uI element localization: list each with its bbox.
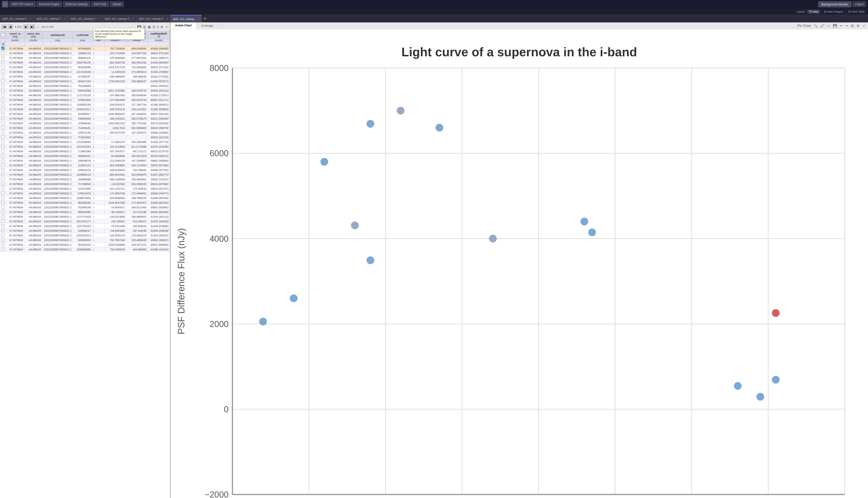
chart-settings-button[interactable]: ⚙ [856, 23, 860, 28]
tab-5[interactable]: dp02_dc2_catalog... ✕ [171, 15, 201, 22]
tab-4-close[interactable]: ✕ [166, 17, 168, 20]
table-row[interactable]: 67.4579634-44.080243125222059873455621 2… [0, 116, 170, 121]
table-row[interactable]: 67.4579634-44.080243125222059873455621 2… [0, 214, 170, 219]
table-row[interactable]: 67.4579634-44.080243125222059873455621 2… [0, 65, 170, 70]
table-row[interactable]: 67.4579634-44.080243125222059873455621 2… [0, 140, 170, 144]
row-checkbox-23[interactable] [1, 154, 4, 157]
table-row[interactable]: 67.4579634-44.080243125222059873455621 2… [0, 210, 170, 214]
prev-page-button[interactable]: ◀ [8, 25, 13, 29]
table-row[interactable]: 67.4579634-44.080243125222059873455621 2… [0, 51, 170, 56]
row-checkbox-8[interactable] [1, 84, 4, 87]
table-row[interactable]: 67.4579634-44.080243125222059873455621 2… [0, 182, 170, 186]
row-checkbox-10[interactable] [1, 93, 4, 96]
tab-1[interactable]: dp02_dc2_catalogs.F... ✕ [34, 15, 68, 22]
select-all-checkbox[interactable] [1, 34, 4, 37]
row-checkbox-29[interactable] [1, 182, 4, 185]
table-row[interactable]: 67.4579634-44.080243125222059873455621 2… [0, 97, 170, 102]
logout-button[interactable]: Logout [852, 1, 866, 7]
table-row[interactable]: 67.4579634-44.080243125222059873455621 2… [0, 60, 170, 65]
filter-visitid-input[interactable] [73, 43, 92, 45]
first-page-button[interactable]: |◀ [1, 25, 7, 29]
row-checkbox-27[interactable] [1, 173, 4, 176]
table-row[interactable]: 67.4579634-44.080243125222059873455621 2… [0, 70, 170, 74]
table-row[interactable]: 67.4579634-44.080243125222059873455621 2… [0, 74, 170, 79]
row-checkbox-35[interactable] [1, 210, 4, 213]
table-row[interactable]: 67.4579634-44.080243125222059873455621 2… [0, 102, 170, 107]
row-checkbox-26[interactable] [1, 168, 4, 171]
row-checkbox-17[interactable] [1, 126, 4, 129]
tab-4[interactable]: dp02_dc2_catalogs.F... ✕ [136, 15, 171, 22]
row-checkbox-31[interactable] [1, 192, 4, 195]
table-row[interactable]: 67.4579634-44.080243125222059873455621 2… [0, 130, 170, 135]
table-row[interactable]: 67.4579634-44.080243125222059873455621 2… [0, 93, 170, 97]
filter-band[interactable] [92, 42, 104, 46]
filter-mjd[interactable] [148, 42, 170, 46]
filter-flux-input[interactable] [105, 43, 126, 45]
row-checkbox-4[interactable] [1, 65, 4, 68]
layout-biview-table[interactable]: Bi-view Table [847, 10, 866, 14]
filter-dec-input[interactable] [25, 43, 42, 45]
chart-expand-button[interactable]: ⤢ [862, 23, 866, 28]
chart-zoom-in-button[interactable]: 🔍 [813, 23, 818, 28]
tab-3-close[interactable]: ✕ [132, 17, 134, 20]
chart-filter-button[interactable]: ⊞ [850, 23, 855, 28]
filter-ra-input[interactable] [6, 43, 24, 45]
table-row[interactable]: 67.4579634-44.080243125222059873455621 2… [0, 79, 170, 83]
add-chart-button[interactable]: Add Chart [91, 1, 109, 7]
table-row[interactable]: 67.4579634-44.080243125222059873455621 2… [0, 112, 170, 116]
row-checkbox-13[interactable] [1, 107, 4, 110]
table-row[interactable]: 67.4579634-44.080243125222059873455621 2… [0, 149, 170, 154]
table-row[interactable]: 67.4579634-44.080243125222059873455621 2… [0, 177, 170, 182]
tab-5-close[interactable]: ✕ [197, 17, 199, 20]
external-catalogs-button[interactable]: External Catalogs [63, 1, 90, 7]
row-checkbox-5[interactable] [1, 70, 4, 73]
next-page-button[interactable]: ▶ [24, 25, 28, 29]
tab-2[interactable]: dp02_dc2_catalogs.F... ✕ [68, 15, 102, 22]
row-checkbox-30[interactable] [1, 187, 4, 190]
table-row[interactable]: 67.4579634-44.080243125222059873455621 2… [0, 158, 170, 163]
table-row[interactable]: 67.4579634-44.080243125222059873455621 2… [0, 219, 170, 224]
row-checkbox-11[interactable] [1, 98, 4, 101]
coverage-tab[interactable]: Coverage [197, 23, 218, 29]
table-row[interactable]: 67.4579634-44.080243125222059873455621 2… [0, 228, 170, 233]
layout-biview-images[interactable]: Bi-view Images [823, 10, 844, 14]
filter-fluxerr[interactable] [126, 42, 148, 46]
table-row[interactable]: 67.4579634-44.080243125222059873455621 2… [0, 83, 170, 88]
row-checkbox-15[interactable] [1, 117, 4, 120]
row-checkbox-25[interactable] [1, 163, 4, 167]
row-checkbox-1[interactable] [1, 51, 4, 54]
tab-0[interactable]: dp02_dc2_catalogs.F... ✕ [0, 15, 34, 22]
table-layout-button[interactable]: ▦ [147, 25, 151, 29]
row-checkbox-38[interactable] [1, 224, 4, 227]
row-checkbox-28[interactable] [1, 178, 4, 181]
select-all-header[interactable] [0, 31, 6, 39]
row-checkbox-18[interactable] [1, 131, 4, 134]
table-row[interactable]: 67.4579634-44.080243125222059873455621 2… [0, 196, 170, 200]
table-row[interactable]: 67.4579634-44.080243125222059873455621 2… [0, 121, 170, 126]
chart-save-button[interactable]: 💾 [832, 23, 838, 28]
table-row[interactable]: 67.4579634-44.080243125222059873455621 2… [0, 191, 170, 196]
filter-toggle-button[interactable]: ⊞ [1, 42, 5, 46]
layout-triview[interactable]: Tri-view [807, 10, 820, 14]
tab-3[interactable]: dp02_dc2_catalogs.F... ✕ [102, 15, 136, 22]
filter-flux[interactable] [105, 42, 126, 46]
row-checkbox-37[interactable] [1, 220, 4, 223]
table-row[interactable]: 67.4579634-44.080243125222059873455621 2… [0, 186, 170, 191]
row-checkbox-6[interactable] [1, 75, 4, 78]
row-checkbox-42[interactable] [1, 243, 4, 246]
table-row[interactable]: 67.4579634-44.080243125222059873455621 2… [0, 135, 170, 140]
row-checkbox-9[interactable] [1, 89, 4, 92]
table-row[interactable]: 67.4579634-44.080243125222059873455621 2… [0, 243, 170, 247]
table-row[interactable]: 67.4579634-44.080243125222059873455621 2… [0, 247, 170, 252]
table-row[interactable]: 67.4579634-44.080243125222059873455621 2… [0, 163, 170, 168]
row-checkbox-19[interactable] [1, 135, 4, 139]
table-row[interactable]: 67.4579634-44.080243125222059873455621 2… [0, 144, 170, 149]
upload-button[interactable]: Upload [110, 1, 124, 7]
table-row[interactable]: 67.4579634-44.080243125222059873455621 2… [0, 107, 170, 112]
tab-2-close[interactable]: ✕ [98, 17, 100, 20]
table-row[interactable]: 67.4579634-44.080243125222059873455621 2… [0, 224, 170, 228]
row-checkbox-32[interactable] [1, 196, 4, 199]
row-checkbox-21[interactable] [1, 145, 4, 148]
external-images-button[interactable]: External Images [37, 1, 62, 7]
active-chart-tab[interactable]: Active Chart [171, 23, 197, 29]
